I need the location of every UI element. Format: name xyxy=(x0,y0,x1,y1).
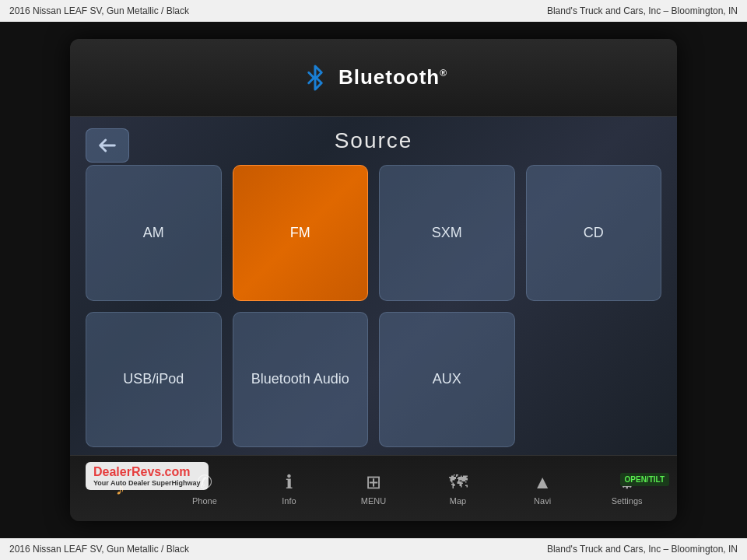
menu-label: MENU xyxy=(361,496,386,506)
source-title: Source xyxy=(86,128,661,153)
watermark: DealerRevs.com Your Auto Dealer SuperHig… xyxy=(86,462,209,490)
top-info-bar: 2016 Nissan LEAF SV, Gun Metallic / Blac… xyxy=(0,0,747,22)
navi-label: Navi xyxy=(534,496,551,506)
top-dealer-info: Bland's Truck and Cars, Inc – Bloomingto… xyxy=(547,5,738,16)
nav-item-navi[interactable]: ▲Navi xyxy=(515,471,570,506)
source-btn-bluetooth-audio[interactable]: Bluetooth Audio xyxy=(233,312,369,448)
main-content: Bluetooth® Source AMFMSXMCDUSB/iPodBluet… xyxy=(0,22,747,538)
watermark-sub: Your Auto Dealer SuperHighway xyxy=(93,479,201,487)
back-button[interactable] xyxy=(86,128,129,163)
bottom-car-info: 2016 Nissan LEAF SV, Gun Metallic / Blac… xyxy=(9,544,189,555)
map-icon: 🗺 xyxy=(449,471,468,493)
bluetooth-logo: Bluetooth® xyxy=(300,62,447,93)
nav-item-menu[interactable]: ⊞MENU xyxy=(346,471,401,506)
menu-icon: ⊞ xyxy=(366,471,381,493)
navi-icon: ▲ xyxy=(533,471,552,493)
source-btn-aux[interactable]: AUX xyxy=(379,312,515,448)
bluetooth-header: Bluetooth® xyxy=(70,39,677,117)
watermark-main: DealerRevs.com xyxy=(93,465,191,478)
nav-item-map[interactable]: 🗺Map xyxy=(431,471,486,506)
bluetooth-icon xyxy=(300,62,331,93)
info-label: Info xyxy=(282,496,296,506)
infotainment-screen: Source AMFMSXMCDUSB/iPodBluetooth AudioA… xyxy=(70,117,677,455)
bottom-info-bar: 2016 Nissan LEAF SV, Gun Metallic / Blac… xyxy=(0,538,747,560)
source-btn-fm[interactable]: FM xyxy=(233,165,369,301)
info-icon: ℹ xyxy=(286,471,293,493)
map-label: Map xyxy=(450,496,466,506)
registered-symbol: ® xyxy=(440,68,447,79)
settings-label: Settings xyxy=(612,496,643,506)
nav-item-info[interactable]: ℹInfo xyxy=(261,471,316,506)
source-btn-usb-ipod[interactable]: USB/iPod xyxy=(86,312,222,448)
source-grid: AMFMSXMCDUSB/iPodBluetooth AudioAUX xyxy=(86,165,661,455)
source-btn-am[interactable]: AM xyxy=(86,165,222,301)
top-car-info: 2016 Nissan LEAF SV, Gun Metallic / Blac… xyxy=(9,5,189,16)
source-btn-sxm[interactable]: SXM xyxy=(379,165,515,301)
open-tilt-label: OPEN/TILT xyxy=(620,473,669,486)
bluetooth-label: Bluetooth® xyxy=(338,65,447,89)
head-unit: Bluetooth® Source AMFMSXMCDUSB/iPodBluet… xyxy=(70,39,677,521)
phone-label: Phone xyxy=(192,496,217,506)
bottom-dealer-info: Bland's Truck and Cars, Inc – Bloomingto… xyxy=(547,544,738,555)
source-btn-cd[interactable]: CD xyxy=(526,165,662,301)
